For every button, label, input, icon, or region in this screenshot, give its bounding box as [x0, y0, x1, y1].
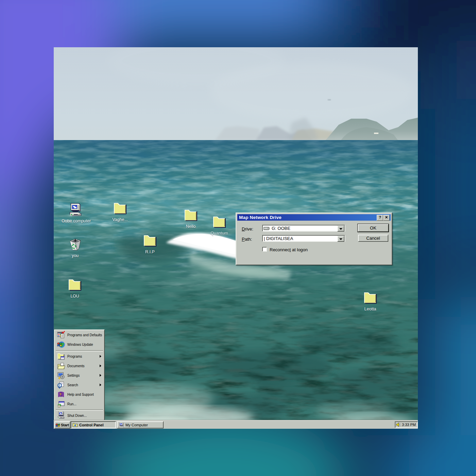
- svg-text:?: ?: [60, 392, 62, 396]
